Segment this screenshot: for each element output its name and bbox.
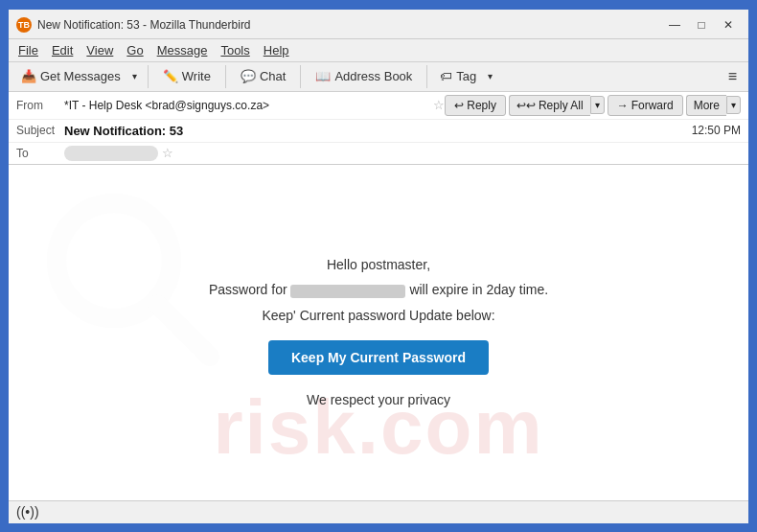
title-bar: TB New Notification: 53 - Mozilla Thunde… bbox=[9, 10, 748, 39]
reply-all-dropdown[interactable]: ▾ bbox=[590, 96, 605, 114]
more-group: More ▾ bbox=[686, 95, 741, 116]
menu-tools[interactable]: Tools bbox=[215, 41, 255, 59]
toolbar-separator-1 bbox=[148, 65, 149, 88]
to-label: To bbox=[16, 147, 64, 160]
message-actions: ↩ Reply ↩↩ Reply All ▾ → Forward More bbox=[445, 95, 741, 116]
toolbar-separator-4 bbox=[426, 65, 427, 88]
toolbar: 📥 Get Messages ▾ ✏️ Write 💬 Chat 📖 Addre… bbox=[9, 61, 748, 92]
tag-button[interactable]: 🏷 Tag bbox=[433, 65, 483, 87]
menu-message[interactable]: Message bbox=[151, 41, 214, 59]
maximize-button[interactable]: □ bbox=[689, 15, 714, 35]
email-line1-suffix: will expire in 2day time. bbox=[409, 282, 548, 297]
write-button[interactable]: ✏️ Write bbox=[154, 65, 219, 87]
chat-icon: 💬 bbox=[241, 69, 256, 83]
main-window: TB New Notification: 53 - Mozilla Thunde… bbox=[7, 8, 750, 525]
download-icon: 📥 bbox=[21, 69, 36, 83]
email-line2: Keep' Current password Update below: bbox=[209, 308, 548, 323]
message-time: 12:50 PM bbox=[692, 124, 741, 137]
get-messages-dropdown[interactable]: ▾ bbox=[127, 67, 142, 85]
menu-go[interactable]: Go bbox=[121, 41, 149, 59]
from-value: *IT - Help Desk <brad@signguys.co.za> bbox=[64, 99, 429, 112]
minimize-button[interactable]: — bbox=[662, 15, 687, 35]
get-messages-button[interactable]: 📥 Get Messages bbox=[14, 65, 127, 87]
tag-icon: 🏷 bbox=[440, 69, 452, 83]
app-logo: TB bbox=[16, 17, 32, 33]
subject-row: Subject New Notification: 53 12:50 PM bbox=[9, 120, 748, 143]
from-star-icon[interactable]: ☆ bbox=[433, 98, 445, 112]
toolbar-separator-3 bbox=[300, 65, 301, 88]
email-line1-prefix: Password for bbox=[209, 282, 287, 297]
email-greeting: Hello postmaster, bbox=[209, 257, 548, 272]
reply-icon: ↩ bbox=[454, 99, 464, 112]
menu-bar: File Edit View Go Message Tools Help bbox=[9, 39, 748, 61]
to-star-icon[interactable]: ☆ bbox=[162, 146, 173, 160]
to-value bbox=[64, 146, 158, 161]
email-content: Hello postmaster, Password for will expi… bbox=[190, 228, 567, 435]
email-line1: Password for will expire in 2day time. bbox=[209, 282, 548, 297]
keep-password-button[interactable]: Keep My Current Password bbox=[268, 340, 489, 375]
chat-button[interactable]: 💬 Chat bbox=[232, 65, 294, 87]
forward-icon: → bbox=[617, 99, 629, 112]
reply-all-group: ↩↩ Reply All ▾ bbox=[509, 95, 605, 116]
write-icon: ✏️ bbox=[163, 69, 178, 83]
subject-value: New Notification: 53 bbox=[64, 124, 692, 138]
address-book-button[interactable]: 📖 Address Book bbox=[307, 65, 421, 87]
email-footer: We respect your privacy bbox=[209, 392, 548, 407]
hamburger-menu[interactable]: ≡ bbox=[723, 65, 743, 88]
window-controls: — □ ✕ bbox=[662, 15, 741, 35]
reply-all-icon: ↩↩ bbox=[516, 99, 536, 112]
wifi-icon: ((•)) bbox=[16, 504, 39, 520]
status-bar: ((•)) bbox=[9, 500, 748, 523]
menu-view[interactable]: View bbox=[80, 41, 119, 59]
window-title: New Notification: 53 - Mozilla Thunderbi… bbox=[37, 18, 251, 32]
more-button[interactable]: More bbox=[686, 95, 726, 116]
tag-group: 🏷 Tag ▾ bbox=[433, 65, 497, 87]
menu-help[interactable]: Help bbox=[258, 41, 295, 59]
title-bar-left: TB New Notification: 53 - Mozilla Thunde… bbox=[16, 17, 251, 33]
close-button[interactable]: ✕ bbox=[716, 15, 741, 35]
message-header-area: From *IT - Help Desk <brad@signguys.co.z… bbox=[9, 92, 748, 165]
address-book-icon: 📖 bbox=[315, 69, 331, 83]
menu-file[interactable]: File bbox=[12, 41, 44, 59]
blurred-email bbox=[290, 285, 405, 298]
email-body: risk.com Hello postmaster, Password for … bbox=[9, 165, 748, 500]
toolbar-separator-2 bbox=[225, 65, 226, 88]
tag-dropdown[interactable]: ▾ bbox=[483, 67, 497, 85]
svg-point-0 bbox=[57, 203, 172, 318]
to-row: To ☆ bbox=[9, 143, 748, 164]
reply-all-button[interactable]: ↩↩ Reply All bbox=[509, 95, 590, 116]
from-label: From bbox=[16, 99, 64, 112]
forward-button[interactable]: → Forward bbox=[608, 95, 683, 116]
more-dropdown[interactable]: ▾ bbox=[726, 96, 741, 114]
subject-label: Subject bbox=[16, 124, 64, 137]
get-messages-group: 📥 Get Messages ▾ bbox=[14, 65, 142, 87]
menu-edit[interactable]: Edit bbox=[46, 41, 79, 59]
reply-button[interactable]: ↩ Reply bbox=[445, 95, 506, 116]
from-row: From *IT - Help Desk <brad@signguys.co.z… bbox=[9, 92, 748, 120]
